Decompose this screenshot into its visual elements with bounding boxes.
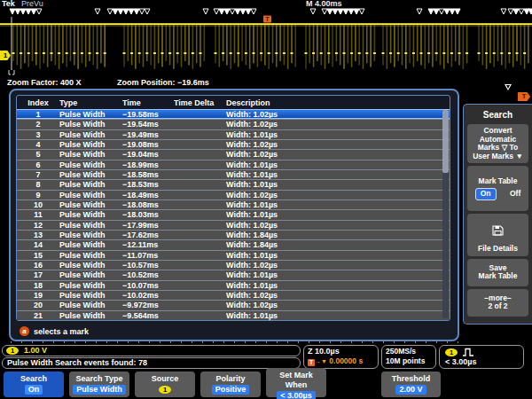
table-row[interactable]: 18Pulse Width−10.07msWidth: 1.01µs [17,280,450,290]
cell-index: 5 [17,150,59,159]
cell-time: −19.58ms [122,110,174,119]
search-menu-button[interactable]: Search On [4,372,64,397]
cell-index: 18 [17,281,59,290]
set-mark-when-menu-button[interactable]: Set Mark When < 3.00µs [266,368,326,397]
search-type-menu-button[interactable]: Search Type Pulse Width [69,372,129,397]
threshold-value: 2.00 V [395,385,426,395]
cell-desc: Width: 1.02µs [226,261,450,270]
table-row[interactable]: 12Pulse Width−17.99msWidth: 1.02µs [17,220,450,230]
cell-index: 11 [17,210,59,219]
zoom-scale-readout: Z 10.0µs T→▼ 0.00000 s [303,345,379,369]
cell-desc: Width: 1.02µs [226,120,450,129]
file-details-button[interactable]: File Details [467,214,528,256]
more-button[interactable]: −more− 2 of 2 [467,289,528,317]
cell-type: Pulse Width [59,170,122,179]
zoom-position-label: Zoom Position: −19.6ms [117,78,209,87]
cell-time: −18.03ms [122,210,174,219]
trigger-flag-icon: T [308,359,315,366]
cell-index: 20 [17,301,59,309]
table-row[interactable]: 11Pulse Width−18.03msWidth: 1.01µs [17,209,450,219]
cell-type: Pulse Width [59,291,122,300]
table-footer-hint: a selects a mark [20,326,89,336]
table-row[interactable]: 4Pulse Width−19.08msWidth: 1.02µs [17,139,450,149]
cell-type: Pulse Width [59,150,122,159]
convert-marks-button[interactable]: Convert Automatic Marks ▽ To User Marks … [467,124,528,163]
cell-time: −18.99ms [122,160,174,169]
cell-time: −18.08ms [122,200,174,209]
mark-table-on-option[interactable]: On [475,188,497,200]
table-row[interactable]: 7Pulse Width−18.58msWidth: 1.01µs [17,169,450,179]
table-row[interactable]: 9Pulse Width−18.49msWidth: 1.02µs [17,190,450,200]
column-header-time: Time [122,98,174,107]
table-row[interactable]: 19Pulse Width−10.02msWidth: 1.02µs [17,290,450,300]
table-row[interactable]: 2Pulse Width−19.54msWidth: 1.02µs [17,119,450,129]
cell-desc: Width: 1.02µs [226,191,450,200]
search-value: On [25,385,43,395]
polarity-menu-button[interactable]: Polarity Positive [200,372,261,397]
column-header-type: Type [59,98,122,107]
table-row[interactable]: 15Pulse Width−11.07msWidth: 1.01µs [17,250,450,260]
cell-index: 16 [17,261,59,270]
cell-desc: Width: 1.02µs [226,301,450,309]
cell-type: Pulse Width [59,210,122,219]
delay-arrow-icon: →▼ [315,358,327,364]
table-scrollbar-thumb[interactable] [442,110,449,173]
cell-index: 7 [17,170,59,179]
mark-table-panel: Index Type Time Time Delta Description 1… [9,89,459,341]
cell-index: 6 [17,160,59,169]
trigger-position-icon: T [518,92,530,101]
cell-desc: Width: 1.02µs [226,150,450,159]
cell-index: 19 [17,291,59,300]
search-events-text: Pulse Width Search events found: 78 [7,358,147,368]
footer-hint-text: selects a mark [34,327,89,336]
table-row[interactable]: 5Pulse Width−19.04msWidth: 1.02µs [17,149,450,159]
save-mark-table-button[interactable]: Save Mark Table [467,259,528,286]
channel-scale-readout: 1 1.00 V [2,345,301,356]
table-row[interactable]: 3Pulse Width−19.49msWidth: 1.01µs [17,129,450,139]
cell-desc: Width: 1.01µs [226,180,450,189]
pulse-shape-icon [462,348,474,356]
table-row[interactable]: 13Pulse Width−17.62msWidth: 1.84µs [17,230,450,239]
cell-index: 1 [17,110,59,119]
table-row[interactable]: 8Pulse Width−18.53msWidth: 1.01µs [17,179,450,189]
waveform-high-level [0,23,532,25]
mark-table-rows: 1Pulse Width−19.58msWidth: 1.02µs2Pulse … [17,109,450,320]
table-row[interactable]: 16Pulse Width−10.57msWidth: 1.02µs [17,260,450,270]
source-label: Source [135,374,195,384]
table-row[interactable]: 10Pulse Width−18.08msWidth: 1.01µs [17,200,450,209]
set-mark-when-label: Set Mark When [266,371,326,390]
source-menu-button[interactable]: Source 1 [135,372,195,397]
search-events-readout: Pulse Width Search events found: 78 [2,357,301,369]
table-row[interactable]: 14Pulse Width−12.11msWidth: 1.84µs [17,239,450,249]
trigger-delay-line: T→▼ 0.00000 s [308,356,374,366]
mark-table-toggle-button[interactable]: Mark Table On Off [467,166,528,211]
table-row[interactable]: 17Pulse Width−10.52msWidth: 1.01µs [17,270,450,279]
table-row[interactable]: 20Pulse Width−9.972msWidth: 1.02µs [17,300,450,309]
threshold-menu-button[interactable]: Threshold 2.00 V [381,372,441,397]
zoom-factor-label: Zoom Factor: 400 X [7,78,82,87]
cell-type: Pulse Width [59,130,122,139]
table-row[interactable]: 6Pulse Width−18.99msWidth: 1.01µs [17,160,450,169]
brand-label: Tek [2,0,15,8]
cell-type: Pulse Width [59,261,122,270]
overview-waveform: T [0,8,532,77]
waveform-high-level-shadow [0,26,532,27]
cell-index: 2 [17,120,59,129]
cell-type: Pulse Width [59,140,122,149]
user-mark-triangle-icon [505,84,512,90]
table-scrollbar[interactable] [442,110,449,318]
svg-text:T: T [265,16,270,22]
cell-type: Pulse Width [59,301,122,309]
cell-index: 15 [17,251,59,260]
cell-time: −12.11ms [122,240,174,249]
table-row[interactable]: 1Pulse Width−19.58msWidth: 1.02µs [17,109,450,119]
cell-desc: Width: 1.01µs [226,170,450,179]
channel-1-badge-icon: 1 [6,347,19,355]
sample-rate-value: 250MS/s [386,347,432,356]
cell-time: −19.04ms [122,150,174,159]
cell-desc: Width: 1.84µs [226,231,450,239]
cell-type: Pulse Width [59,281,122,290]
table-row[interactable]: 21Pulse Width−9.564msWidth: 1.01µs [17,310,450,320]
mark-table-off-option[interactable]: Off [510,190,520,199]
cell-time: −17.62ms [122,231,174,239]
